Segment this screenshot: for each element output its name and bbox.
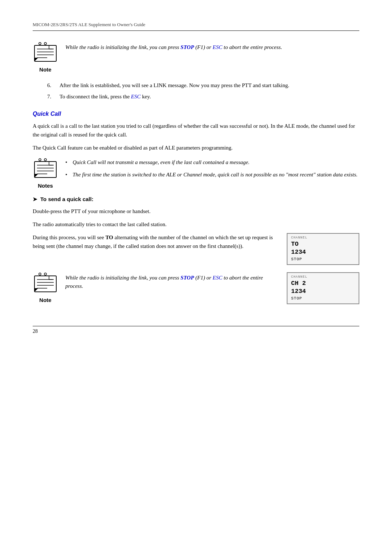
list-item-6: 6. After the link is established, you wi… — [47, 81, 359, 90]
display1-line2: 1234 — [291, 248, 355, 256]
notes-radio-icon — [33, 158, 58, 180]
svg-rect-18 — [34, 276, 56, 292]
svg-marker-23 — [34, 288, 38, 292]
proc-step3-text: During this process, you will see TO alt… — [33, 233, 279, 250]
top-note-box: Note While the radio is initializing the… — [33, 42, 359, 73]
proc-step3-row: During this process, you will see TO alt… — [33, 233, 359, 265]
note-text: While the radio is initializing the link… — [65, 42, 282, 52]
quick-call-para1: A quick call is a call to the last stati… — [33, 122, 359, 139]
notes-box: Notes Quick Call will not transmit a mes… — [33, 158, 359, 189]
note-text-part2: (F1) or — [194, 44, 213, 50]
note-stop-word: STOP — [180, 44, 194, 50]
page-header: MICOM-2ES/2RS/2TS ALE Supplement to Owne… — [33, 22, 359, 31]
quick-call-para2: The Quick Call feature can be enabled or… — [33, 143, 359, 152]
proc-step2: The radio automatically tries to contact… — [33, 220, 359, 229]
page: MICOM-2ES/2RS/2TS ALE Supplement to Owne… — [0, 0, 392, 363]
display-box-1: CHANNEL TO 1234 STOP — [287, 233, 359, 265]
note-label: Note — [39, 66, 51, 73]
bottom-note-label: Note — [39, 297, 51, 303]
arrow-icon: ➤ — [33, 196, 37, 202]
display2-line1: CH 2 — [291, 279, 355, 287]
proc-step1: Double-press the PTT of your microphone … — [33, 207, 359, 216]
notes-label: Notes — [38, 183, 53, 189]
bottom-radio-icon — [33, 272, 58, 294]
notes-bullet-1: Quick Call will not transmit a message, … — [65, 158, 358, 167]
notes-bullet-list: Quick Call will not transmit a message, … — [65, 158, 358, 179]
header-title: MICOM-2ES/2RS/2TS ALE Supplement to Owne… — [33, 22, 145, 27]
display1-line1: TO — [291, 240, 355, 248]
note-text-part1: While the radio is initializing the link… — [65, 44, 180, 50]
bottom-note-right: CHANNEL CH 2 1234 STOP — [287, 272, 359, 304]
svg-point-17 — [44, 273, 46, 275]
svg-rect-10 — [34, 162, 56, 177]
procedure-heading: ➤To send a quick call: — [33, 196, 359, 203]
svg-point-1 — [44, 42, 46, 45]
bottom-note-icon: Note — [33, 272, 58, 303]
svg-rect-2 — [34, 45, 56, 61]
svg-marker-15 — [34, 174, 38, 177]
display1-header: CHANNEL — [291, 236, 355, 240]
lcd-display-2: CHANNEL CH 2 1234 STOP — [287, 272, 359, 304]
svg-marker-7 — [34, 58, 38, 61]
list-item-7-text: To disconnect the link, press the ESC ke… — [60, 93, 151, 101]
note-icon: Note — [33, 42, 58, 73]
svg-point-0 — [39, 42, 41, 45]
notes-bullet-2: The first time the station is switched t… — [65, 170, 358, 179]
svg-point-9 — [44, 159, 46, 161]
radio-icon — [33, 42, 58, 64]
display2-stop: STOP — [291, 296, 355, 301]
display1-stop: STOP — [291, 257, 355, 261]
bottom-note-box: Note While the radio is initializing the… — [33, 272, 279, 303]
note-esc-word: ESC — [213, 44, 222, 50]
list-item-6-text: After the link is established, you will … — [60, 81, 289, 90]
list-item-6-num: 6. — [47, 81, 56, 90]
notes-content: Quick Call will not transmit a message, … — [65, 158, 358, 183]
page-number: 28 — [33, 328, 38, 334]
list-item-7-num: 7. — [47, 93, 56, 101]
page-footer: 28 — [33, 326, 359, 334]
bottom-note-left: Note While the radio is initializing the… — [33, 272, 279, 303]
svg-point-16 — [39, 273, 41, 275]
display2-header: CHANNEL — [291, 275, 355, 279]
bottom-note-text: While the radio is initializing the link… — [65, 272, 279, 290]
notes-icon: Notes — [33, 158, 58, 189]
lcd-display-1: CHANNEL TO 1234 STOP — [287, 233, 359, 265]
note-text-part3: to abort the entire process. — [222, 44, 282, 50]
svg-point-8 — [39, 159, 41, 161]
display2-line2: 1234 — [291, 287, 355, 295]
bottom-note-display-row: Note While the radio is initializing the… — [33, 272, 359, 304]
numbered-list: 6. After the link is established, you wi… — [47, 81, 359, 101]
list-item-7: 7. To disconnect the link, press the ESC… — [47, 93, 359, 101]
quick-call-title: Quick Call — [33, 111, 359, 117]
